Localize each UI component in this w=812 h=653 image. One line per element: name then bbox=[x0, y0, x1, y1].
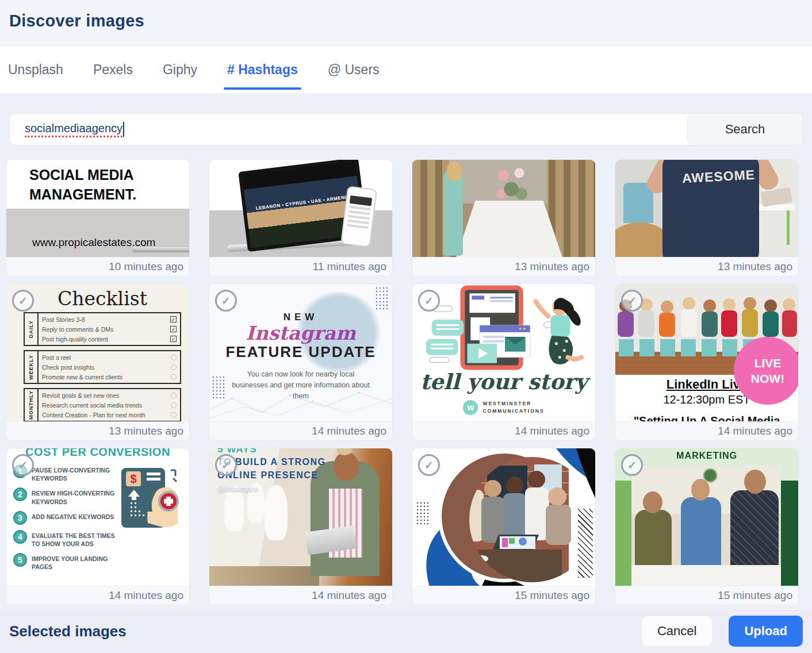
upload-button[interactable]: Upload bbox=[729, 616, 803, 647]
thumbnail-real-estate-laptop: LEBANON • CYPRUS • UAE • ARMENIA bbox=[209, 160, 392, 257]
checklist-monthly-section: MONTHLY Revisit goals & set new ones Res… bbox=[24, 388, 181, 421]
story-illustration bbox=[412, 284, 595, 370]
flowers-graphic bbox=[491, 162, 531, 208]
thumbnail-social-media-management: SOCIAL MEDIA MANAGEMENT. www.propicalest… bbox=[6, 160, 189, 257]
thumbnail-team-circle bbox=[412, 448, 595, 586]
team-desk-photo bbox=[631, 466, 781, 586]
thumbnail-instagram-update: NEW Instagram FEATURE UPDATE You can now… bbox=[209, 284, 392, 421]
image-card-instagram-update[interactable]: ✓ NEW Instagram FEATURE UPDATE You can n… bbox=[209, 283, 393, 441]
selected-images-label: Selected images bbox=[9, 623, 127, 640]
checklist-title: Checklist bbox=[24, 287, 181, 310]
feature-update-title: FEATURE UPDATE bbox=[209, 343, 392, 361]
image-card-checklist[interactable]: ✓ Checklist DAILY Post Stories 3-8✓ Repl… bbox=[6, 283, 190, 441]
cost-title: COST PER CONVERSION bbox=[6, 448, 189, 459]
team-photo-graphic bbox=[412, 448, 595, 586]
check-circle-icon[interactable]: ✓ bbox=[621, 454, 643, 476]
westminster-logo: W WESTMINSTER COMMUNICATIONS bbox=[412, 400, 595, 415]
timestamp: 14 minutes ago bbox=[312, 425, 386, 437]
timestamp: 14 minutes ago bbox=[109, 589, 183, 602]
check-circle-icon[interactable]: ✓ bbox=[418, 290, 440, 312]
thumbnail-awesome-shirt: AWESOME bbox=[615, 160, 798, 257]
search-input[interactable]: socialmediaagency bbox=[10, 114, 687, 145]
image-card-team-circle[interactable]: ✓ bbox=[412, 448, 596, 605]
image-card-linkedin-live[interactable]: ✓ bbox=[615, 283, 799, 441]
selection-footer: Selected images Cancel Upload bbox=[0, 609, 812, 653]
page-title: Discover images bbox=[9, 11, 803, 30]
diagonal-lines-pattern bbox=[578, 509, 593, 578]
kicker-text: NEW bbox=[209, 312, 392, 323]
image-card-cost-per-conversion[interactable]: ✓ COST PER CONVERSION 1PAUSE LOW-CONVERT… bbox=[6, 448, 190, 605]
check-circle-icon[interactable]: ✓ bbox=[12, 454, 34, 476]
timestamp: 15 minutes ago bbox=[515, 589, 589, 602]
conversion-illustration: $ bbox=[120, 467, 183, 536]
modal-header: Discover images bbox=[0, 0, 812, 45]
svg-text:$: $ bbox=[130, 473, 136, 485]
thumb-headline: SOCIAL MEDIA MANAGEMENT. bbox=[29, 166, 162, 205]
image-card-marketing-team[interactable]: ✓ MARKETING 15 minutes ago bbox=[615, 448, 799, 605]
checklist-weekly-section: WEEKLY Post a reel Check post insights P… bbox=[24, 350, 181, 384]
checklist-daily-section: DAILY Post Stories 3-8✓ Reply to comment… bbox=[24, 312, 181, 346]
dots-pattern bbox=[416, 501, 431, 524]
marketing-title: MARKETING bbox=[615, 451, 798, 461]
tab-users[interactable]: @ Users bbox=[327, 46, 381, 93]
search-button[interactable]: Search bbox=[687, 114, 802, 145]
story-script-text: tell your story bbox=[412, 369, 595, 394]
timestamp: 14 minutes ago bbox=[312, 589, 386, 602]
check-circle-icon[interactable]: ✓ bbox=[215, 290, 237, 312]
thumbnail-tell-your-story: tell your story W WESTMINSTER COMMUNICAT… bbox=[412, 284, 595, 421]
text-cursor bbox=[123, 122, 124, 137]
thumb-banner-text: LEBANON • CYPRUS • UAE • ARMENIA bbox=[255, 194, 350, 211]
tab-hashtags[interactable]: # Hashtags bbox=[226, 46, 299, 93]
event-topic: "Setting Up A Social Media bbox=[615, 414, 798, 421]
timestamp: 14 minutes ago bbox=[718, 425, 792, 437]
image-card-tell-your-story[interactable]: ✓ bbox=[412, 283, 596, 441]
image-card-awesome-shirt[interactable]: AWESOME 13 minutes ago bbox=[615, 159, 799, 276]
dots-pattern bbox=[375, 286, 390, 309]
image-card-social-media-management[interactable]: SOCIAL MEDIA MANAGEMENT. www.propicalest… bbox=[6, 159, 190, 276]
image-card-real-estate-laptop[interactable]: LEBANON • CYPRUS • UAE • ARMENIA 11 minu… bbox=[209, 159, 393, 276]
check-circle-icon[interactable]: ✓ bbox=[12, 290, 34, 312]
timestamp: 15 minutes ago bbox=[718, 589, 792, 602]
image-results-grid: SOCIAL MEDIA MANAGEMENT. www.propicalest… bbox=[0, 159, 812, 605]
check-circle-icon[interactable]: ✓ bbox=[215, 454, 237, 476]
thumbnail-linkedin-live: LIVE NOW! LinkedIn Live 12-12:30pm EST "… bbox=[615, 284, 798, 421]
timestamp: 11 minutes ago bbox=[312, 260, 386, 273]
timestamp: 13 minutes ago bbox=[109, 425, 183, 437]
search-query-text: socialmediaagency bbox=[25, 122, 122, 137]
tab-pexels[interactable]: Pexels bbox=[92, 46, 134, 93]
mannequin-graphic bbox=[265, 485, 288, 540]
thumbnail-checklist: Checklist DAILY Post Stories 3-8✓ Reply … bbox=[6, 284, 189, 421]
timestamp: 14 minutes ago bbox=[515, 425, 589, 437]
laptop-edge-graphic bbox=[132, 247, 189, 252]
source-tabbar: Unsplash Pexels Giphy # Hashtags @ Users bbox=[0, 45, 812, 93]
thumbnail-banquet-table bbox=[412, 160, 595, 257]
instagram-script-text: Instagram bbox=[209, 322, 392, 344]
timestamp: 10 minutes ago bbox=[109, 260, 183, 273]
thumbnail-cost-per-conversion: COST PER CONVERSION 1PAUSE LOW-CONVERTIN… bbox=[6, 448, 189, 586]
woman-figure-graphic bbox=[443, 170, 463, 256]
image-card-online-presence[interactable]: ✓ 5 WAYS TO BUILD A STRONG ONLINE PRESEN… bbox=[209, 448, 393, 605]
search-section: socialmediaagency Search bbox=[0, 93, 812, 159]
live-now-badge: LIVE NOW! bbox=[734, 337, 798, 405]
image-card-banquet-table[interactable]: 13 minutes ago bbox=[412, 159, 596, 276]
check-circle-icon[interactable]: ✓ bbox=[418, 454, 440, 476]
cancel-button[interactable]: Cancel bbox=[641, 616, 713, 647]
overlay-line0: 5 WAYS bbox=[217, 448, 325, 455]
timestamp: 13 minutes ago bbox=[718, 260, 792, 273]
worktable-graphic bbox=[209, 566, 319, 586]
thumbnail-marketing-team: MARKETING bbox=[615, 448, 798, 586]
w-logo-icon: W bbox=[463, 400, 478, 415]
plexus-lines-graphic bbox=[209, 381, 392, 421]
thumbnail-online-presence: 5 WAYS TO BUILD A STRONG ONLINE PRESENCE… bbox=[209, 448, 392, 586]
timestamp: 13 minutes ago bbox=[515, 260, 589, 273]
tab-giphy[interactable]: Giphy bbox=[162, 46, 198, 93]
tab-unsplash[interactable]: Unsplash bbox=[7, 46, 64, 93]
handle-text: @infoempire bbox=[217, 485, 325, 493]
check-circle-icon[interactable]: ✓ bbox=[621, 290, 643, 312]
